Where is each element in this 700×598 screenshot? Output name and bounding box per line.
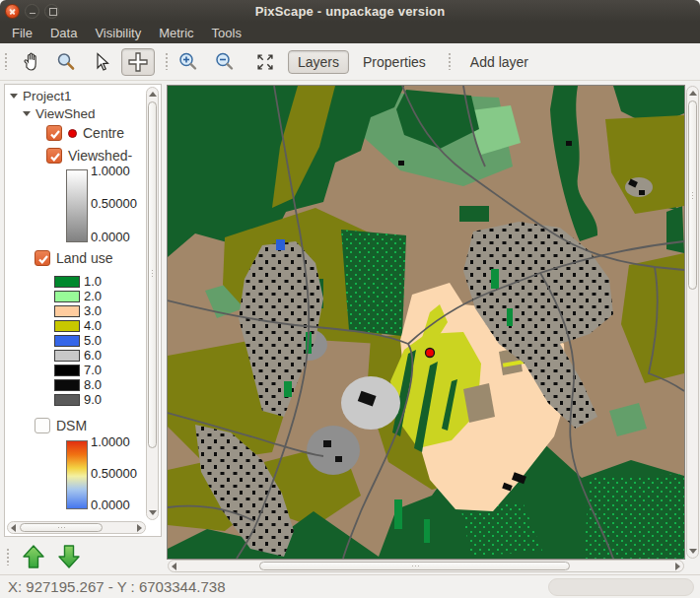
centre-point-icon — [68, 129, 77, 138]
dsm-scale-min: 0.0000 — [91, 498, 130, 512]
layer-tree-panel: Project1 ViewShed Centre Viewshed- 1.000… — [4, 84, 162, 537]
zoom-select-tool-button[interactable] — [52, 48, 80, 76]
zoom-in-button[interactable] — [175, 48, 202, 76]
legend-value: 4.0 — [84, 318, 102, 333]
crosshair-tool-button[interactable] — [121, 48, 155, 76]
menu-tools[interactable]: Tools — [203, 24, 250, 42]
legend-item: 8.0 — [54, 377, 102, 392]
scrollbar-thumb[interactable] — [688, 100, 697, 290]
viewshed-scale-min: 0.0000 — [91, 230, 130, 244]
scroll-left-icon[interactable] — [11, 524, 16, 532]
viewshed-gradient-legend — [66, 169, 88, 242]
centre-marker[interactable] — [426, 349, 435, 358]
magnifier-plus-icon — [177, 51, 199, 73]
title-bar[interactable]: PixScape - unpackage version — [0, 0, 700, 22]
map-horizontal-scrollbar[interactable] — [168, 560, 684, 572]
dsm-scale-mid: 0.50000 — [91, 466, 137, 481]
legend-swatch — [54, 394, 80, 406]
magnifier-minus-icon — [214, 51, 236, 73]
scrollbar-thumb[interactable] — [148, 101, 157, 448]
tree-node-viewshed-group[interactable]: ViewShed — [23, 106, 96, 121]
legend-swatch — [54, 305, 80, 317]
check-icon — [36, 252, 50, 266]
scroll-up-icon[interactable] — [149, 92, 157, 97]
layers-tab-button[interactable]: Layers — [288, 50, 349, 74]
magnifier-icon — [55, 51, 77, 73]
status-bar: X: 927195.267 - Y : 6703344.738 — [0, 574, 700, 598]
tree-horizontal-scrollbar[interactable] — [7, 521, 146, 534]
tree-vertical-scrollbar[interactable] — [146, 87, 159, 520]
pan-tool-button[interactable] — [17, 48, 44, 76]
check-icon — [48, 150, 62, 164]
move-layer-down-button[interactable] — [52, 542, 86, 571]
legend-value: 1.0 — [84, 274, 102, 289]
map-vertical-scrollbar[interactable] — [686, 86, 699, 559]
scroll-down-icon[interactable] — [149, 510, 157, 515]
progress-bar — [548, 578, 694, 596]
legend-item: 7.0 — [54, 363, 102, 377]
scroll-down-icon[interactable] — [689, 549, 697, 554]
viewshed-scale-max: 1.0000 — [91, 164, 130, 178]
legend-swatch — [54, 320, 80, 332]
layer-order-toolbar — [0, 540, 166, 573]
group-label: ViewShed — [35, 106, 96, 121]
map-canvas[interactable] — [168, 86, 684, 559]
add-layer-button[interactable]: Add layer — [460, 50, 538, 74]
legend-item: 2.0 — [54, 289, 102, 303]
legend-value: 6.0 — [84, 348, 102, 363]
select-tool-button[interactable] — [88, 48, 115, 76]
viewshed-scale-mid: 0.50000 — [91, 196, 137, 211]
centre-checkbox[interactable] — [46, 125, 62, 141]
legend-item: 9.0 — [54, 392, 102, 407]
scroll-left-icon[interactable] — [172, 563, 176, 570]
expand-icon — [254, 51, 276, 73]
expander-icon[interactable] — [10, 94, 18, 99]
legend-item: 3.0 — [54, 303, 102, 318]
main-toolbar: Layers Properties Add layer — [0, 43, 700, 81]
scrollbar-thumb[interactable] — [20, 523, 103, 532]
legend-swatch — [54, 350, 80, 362]
scroll-right-icon[interactable] — [137, 524, 142, 532]
zoom-out-button[interactable] — [211, 48, 239, 76]
map-viewport[interactable] — [167, 85, 685, 560]
scroll-up-icon[interactable] — [689, 91, 697, 96]
layer-label: Viewshed- — [68, 148, 132, 164]
legend-value: 3.0 — [84, 303, 102, 318]
toolbar-grip[interactable] — [5, 549, 10, 565]
check-icon — [48, 127, 62, 141]
legend-item: 5.0 — [54, 333, 102, 348]
window-title: PixScape - unpackage version — [0, 4, 700, 19]
toolbar-grip[interactable] — [164, 53, 169, 70]
legend-value: 2.0 — [84, 289, 102, 303]
viewshed-checkbox[interactable] — [46, 148, 62, 164]
layer-row-dsm[interactable]: DSM — [35, 418, 87, 433]
layer-row-centre[interactable]: Centre — [46, 125, 124, 141]
crosshair-icon — [126, 50, 150, 74]
layer-row-landuse[interactable]: Land use — [35, 250, 113, 266]
toolbar-grip[interactable] — [448, 53, 453, 70]
menu-bar: File Data Visibility Metric Tools — [0, 22, 700, 43]
dsm-checkbox[interactable] — [35, 418, 50, 433]
legend-item: 1.0 — [54, 274, 102, 289]
menu-metric[interactable]: Metric — [150, 24, 202, 42]
zoom-fit-button[interactable] — [251, 48, 279, 76]
scroll-right-icon[interactable] — [675, 563, 680, 570]
layer-row-viewshed[interactable]: Viewshed- — [46, 148, 132, 164]
legend-value: 5.0 — [84, 333, 102, 348]
legend-value: 9.0 — [84, 392, 102, 407]
menu-visibility[interactable]: Visibility — [86, 24, 150, 42]
menu-file[interactable]: File — [3, 24, 41, 42]
landuse-checkbox[interactable] — [35, 250, 50, 266]
tree-node-project[interactable]: Project1 — [10, 89, 72, 103]
move-layer-up-button[interactable] — [17, 542, 50, 571]
properties-tab-button[interactable]: Properties — [353, 50, 436, 74]
toolbar-grip[interactable] — [3, 53, 8, 70]
hand-icon — [20, 51, 41, 73]
expander-icon[interactable] — [23, 111, 31, 116]
dsm-gradient-legend — [66, 440, 88, 509]
legend-swatch — [54, 365, 80, 376]
pixscape-window: { "window": { "title": "PixScape - unpac… — [0, 0, 700, 598]
scrollbar-thumb[interactable] — [259, 562, 570, 570]
layer-label: Land use — [56, 250, 113, 266]
menu-data[interactable]: Data — [41, 24, 86, 42]
